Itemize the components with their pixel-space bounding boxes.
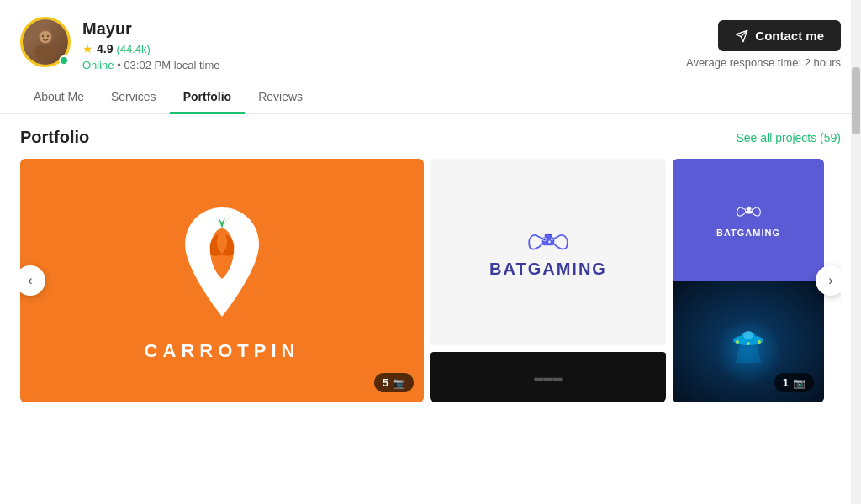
svg-point-6 [551,238,553,240]
tab-about-me[interactable]: About Me [20,81,98,114]
svg-point-3 [42,35,44,37]
online-indicator [59,55,69,66]
tab-reviews[interactable]: Reviews [245,81,316,114]
svg-point-11 [549,234,551,235]
contact-button[interactable]: Contact me [718,20,841,51]
carrotpin-logo [155,199,289,333]
svg-point-10 [546,234,547,235]
batgaming-bottom: ▬▬▬ [430,352,666,402]
review-count: (44.4k) [116,43,150,55]
carrotpin-label: CARROTPIN [145,340,300,362]
svg-point-16 [747,207,747,207]
svg-point-13 [750,209,752,211]
right-top-label: BATGAMING [716,228,780,238]
svg-point-8 [543,238,547,241]
online-text: Online [82,59,114,71]
avatar-silhouette [29,25,62,59]
see-all-link[interactable]: See all projects (59) [736,131,841,144]
profile-right: Contact me Average response time: 2 hour… [686,17,841,69]
carrotpin-badge: 5 📷 [374,373,414,392]
carrotpin-count: 5 [383,376,388,389]
svg-point-17 [749,207,750,207]
gallery-item-batgaming-mid[interactable]: BATGAMING ▬▬▬ [430,159,666,402]
right-badge: 1 📷 [774,373,814,392]
scrollbar[interactable] [851,0,861,504]
portfolio-section: Portfolio See all projects (59) ‹ [0,114,861,402]
glow-circle [715,318,782,386]
svg-point-4 [47,35,49,37]
gallery-next-button[interactable]: › [816,265,841,296]
svg-point-2 [40,31,51,43]
portfolio-header: Portfolio See all projects (59) [20,128,841,147]
contact-label: Contact me [755,29,824,43]
svg-point-14 [745,209,747,211]
rating-row: ★ 4.9 (44.4k) [82,42,220,55]
tab-services[interactable]: Services [98,81,170,114]
batgaming-mid-label: BATGAMING [489,260,607,279]
right-top-batgaming: BATGAMING [673,159,824,281]
bat-svg-right [734,202,763,223]
local-time: 03:02 PM local time [124,59,219,71]
rating-value: 4.9 [97,42,113,55]
portfolio-title: Portfolio [20,128,89,147]
gallery-track: CARROTPIN 5 📷 [20,159,841,402]
profile-left: Mayur ★ 4.9 (44.4k) Online • 03:02 PM lo… [20,17,220,71]
star-icon: ★ [82,42,93,55]
nav-tabs: About Me Services Portfolio Reviews [0,81,861,114]
camera-icon: 📷 [393,377,405,389]
right-count: 1 [783,376,789,389]
scrollbar-thumb[interactable] [852,67,860,134]
batgaming-main: BATGAMING [430,159,666,345]
profile-name: Mayur [82,18,220,39]
gallery-item-right[interactable]: BATGAMING [673,159,824,402]
online-status: Online • 03:02 PM local time [82,59,220,71]
profile-header: Mayur ★ 4.9 (44.4k) Online • 03:02 PM lo… [0,0,861,71]
profile-info: Mayur ★ 4.9 (44.4k) Online • 03:02 PM lo… [82,17,220,71]
bat-svg-mid [523,226,573,260]
send-icon [735,29,748,43]
svg-point-7 [548,240,551,243]
carrotpin-background: CARROTPIN [20,159,424,402]
svg-point-1 [34,45,56,59]
gallery-item-carrotpin[interactable]: CARROTPIN 5 📷 [20,159,424,402]
response-time: Average response time: 2 hours [686,56,841,69]
batgaming-bottom-preview: ▬▬▬ [535,372,563,382]
camera-icon-right: 📷 [793,377,806,389]
tab-portfolio[interactable]: Portfolio [170,81,246,114]
gallery-wrapper: ‹ [20,159,841,402]
avatar [20,17,71,67]
